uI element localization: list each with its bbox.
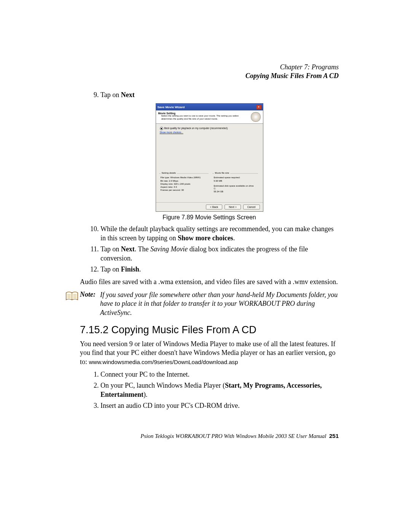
est-space-label: Estimated space required: xyxy=(214,176,256,179)
wizard-head-title: Movie Setting xyxy=(158,112,244,115)
best-quality-radio[interactable]: Best quality for playback on my computer… xyxy=(160,127,259,130)
est-space-value: 5.90 MB xyxy=(214,180,256,182)
step-10: While the default playback quality setti… xyxy=(100,225,339,243)
step-9-bold: Next xyxy=(121,91,135,99)
section-heading: 7.15.2 Copying Music Files From A CD xyxy=(80,324,339,336)
wizard-title-text: Save Movie Wizard xyxy=(158,105,185,109)
save-movie-wizard-dialog: Save Movie Wizard × Movie Setting Select… xyxy=(156,103,263,212)
note-label: Note: xyxy=(80,291,96,299)
movie-file-size-title: Movie file size xyxy=(214,172,231,174)
wizard-header: Movie Setting Select the setting you wan… xyxy=(156,110,263,124)
close-icon[interactable]: × xyxy=(256,105,261,109)
wizard-footer: < Back Next > Cancel xyxy=(156,202,263,211)
detail-line: Bit rate: 2.0 Mbps xyxy=(161,180,207,182)
audio-paragraph: Audio files are saved with a .wma extens… xyxy=(80,278,339,286)
detail-line: Frames per second: 30 xyxy=(161,189,207,192)
book-icon xyxy=(65,291,78,301)
cancel-button[interactable]: Cancel xyxy=(243,204,260,209)
figure-caption: Figure 7.89 Movie Settings Screen xyxy=(80,214,339,221)
download-url: www.windowsmedia.com/9series/DownLoad/do… xyxy=(89,359,238,365)
detail-line: Aspect ratio: 4:3 xyxy=(161,186,207,189)
intro-paragraph: You need version 9 or later of Windows M… xyxy=(80,340,339,366)
step-9: Tap on Next xyxy=(100,91,339,99)
step-9-prefix: Tap on xyxy=(100,91,121,99)
step-c-2: On your PC, launch Windows Media Player … xyxy=(100,381,339,399)
step-c-3: Insert an audio CD into your PC's CD-ROM… xyxy=(100,401,339,410)
est-disk-label: Estimated disk space available on drive … xyxy=(214,185,256,190)
footer-title: Psion Teklogix WORKABOUT PRO With Window… xyxy=(140,433,326,439)
chapter-label: Chapter 7: Programs xyxy=(80,63,339,72)
setting-details-title: Setting details xyxy=(161,172,177,174)
page-number: 251 xyxy=(329,433,339,439)
setting-details-group: Setting details File type: Windows Media… xyxy=(159,173,209,193)
wizard-titlebar: Save Movie Wizard × xyxy=(156,104,263,110)
detail-line: File type: Windows Media Video (WMV) xyxy=(161,176,207,179)
note-text: If you saved your file somewhere other t… xyxy=(100,291,339,317)
step-c-1: Connect your PC to the Internet. xyxy=(100,370,339,379)
show-more-choices-link[interactable]: Show more choices... xyxy=(160,131,259,134)
movie-file-size-group: Movie file size Estimated space required… xyxy=(212,173,258,194)
wizard-body: Best quality for playback on my computer… xyxy=(156,124,263,202)
step-12: Tap on Finish. xyxy=(100,265,339,274)
wizard-head-desc: Select the setting you want to use to sa… xyxy=(158,115,244,120)
est-disk-value: 55.34 GB xyxy=(214,190,256,193)
back-button[interactable]: < Back xyxy=(206,204,223,209)
film-reel-icon xyxy=(251,112,261,122)
radio-label: Best quality for playback on my computer… xyxy=(164,127,228,130)
step-11: Tap on Next. The Saving Movie dialog box… xyxy=(100,245,339,263)
radio-dot-icon xyxy=(160,127,163,130)
page-footer: Psion Teklogix WORKABOUT PRO With Window… xyxy=(80,433,339,439)
next-button[interactable]: Next > xyxy=(225,204,241,209)
running-section: Copying Music Files From A CD xyxy=(80,72,339,80)
detail-line: Display size: 320 x 240 pixels xyxy=(161,183,207,185)
